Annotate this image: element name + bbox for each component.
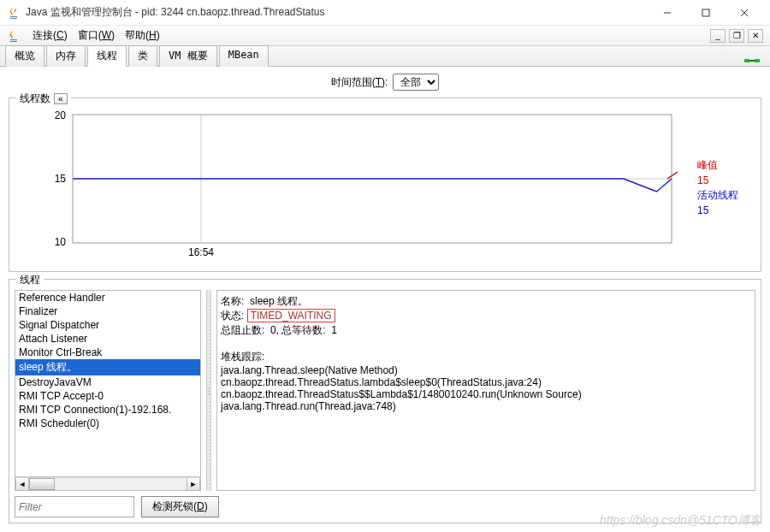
- thread-count-chart-group: 线程数 « 20 15 10 16:54 峰值 15 活动线程 15: [9, 98, 761, 272]
- menu-bar: 连接(C) 窗口(W) 帮助(H) _ ❐ ✕: [0, 26, 770, 46]
- tab-5[interactable]: MBean: [219, 45, 269, 67]
- chart-side-labels: 峰值 15 活动线程 15: [694, 110, 754, 264]
- time-range-label: 时间范围(T):: [331, 75, 388, 90]
- thread-list-item[interactable]: Monitor Ctrl-Break: [15, 346, 200, 359]
- window-title: Java 监视和管理控制台 - pid: 3244 cn.baopz.threa…: [26, 5, 648, 20]
- thread-list-scrollbar[interactable]: ◄ ►: [15, 477, 201, 491]
- chart-group-title: 线程数: [20, 92, 50, 106]
- maximize-button[interactable]: [686, 1, 725, 25]
- thread-list-item[interactable]: sleep 线程。: [15, 359, 200, 375]
- filter-input[interactable]: [15, 496, 134, 517]
- tab-3[interactable]: 类: [128, 45, 157, 67]
- menu-help[interactable]: 帮助(H): [120, 27, 165, 44]
- detect-deadlock-button[interactable]: 检测死锁(D): [141, 496, 219, 517]
- chart-collapse-button[interactable]: «: [54, 93, 68, 104]
- thread-count-chart: 20 15 10 16:54: [16, 110, 694, 264]
- svg-text:16:54: 16:54: [188, 246, 214, 258]
- tab-bar: 概览内存线程类VM 概要MBean: [0, 46, 770, 67]
- svg-rect-4: [744, 59, 749, 62]
- close-button[interactable]: [725, 1, 763, 25]
- svg-text:10: 10: [55, 236, 67, 248]
- time-range-row: 时间范围(T): 全部: [0, 67, 770, 98]
- thread-list-item[interactable]: Reference Handler: [15, 291, 200, 304]
- thread-list-item[interactable]: RMI TCP Accept-0: [15, 389, 200, 403]
- threads-group: 线程 Reference HandlerFinalizerSignal Disp…: [9, 279, 761, 523]
- minimize-button[interactable]: [648, 1, 686, 25]
- scroll-right-arrow[interactable]: ►: [187, 478, 200, 490]
- live-threads-label: 活动线程: [697, 188, 754, 203]
- thread-list-item[interactable]: RMI TCP Connection(1)-192.168.: [15, 403, 200, 417]
- peak-value: 15: [697, 174, 754, 186]
- thread-list-item[interactable]: RMI Scheduler(0): [15, 417, 200, 430]
- inner-close-button[interactable]: ✕: [748, 29, 763, 43]
- scroll-thumb[interactable]: [29, 478, 55, 490]
- tab-0[interactable]: 概览: [5, 45, 44, 67]
- svg-text:15: 15: [55, 173, 67, 185]
- connection-status-icon: [744, 56, 760, 66]
- content-area: 时间范围(T): 全部 线程数 « 20 15 10 16:54 峰值: [0, 67, 770, 532]
- threads-group-title: 线程: [16, 273, 44, 287]
- thread-state-value: TIMED_WAITING: [247, 309, 335, 322]
- thread-list-item[interactable]: DestroyJavaVM: [15, 375, 200, 389]
- java-icon: [7, 6, 21, 20]
- watermark: https://blog.csdn@51CTO博客: [600, 513, 761, 529]
- thread-list-item[interactable]: Signal Dispatcher: [15, 318, 200, 332]
- vertical-splitter[interactable]: [206, 290, 211, 491]
- time-range-select[interactable]: 全部: [393, 74, 439, 91]
- thread-list[interactable]: Reference HandlerFinalizerSignal Dispatc…: [15, 290, 201, 477]
- tab-4[interactable]: VM 概要: [159, 45, 217, 67]
- tab-2[interactable]: 线程: [87, 45, 127, 67]
- tab-1[interactable]: 内存: [46, 45, 86, 67]
- svg-rect-1: [702, 9, 709, 16]
- svg-rect-5: [755, 59, 760, 62]
- svg-text:20: 20: [55, 110, 67, 121]
- title-bar: Java 监视和管理控制台 - pid: 3244 cn.baopz.threa…: [0, 0, 770, 26]
- chart-group-legend: 线程数 «: [16, 92, 71, 106]
- scroll-left-arrow[interactable]: ◄: [15, 478, 29, 490]
- menu-connect[interactable]: 连接(C): [27, 27, 73, 44]
- java-icon: [7, 29, 21, 43]
- inner-restore-button[interactable]: ❐: [729, 29, 744, 43]
- peak-label: 峰值: [697, 158, 754, 173]
- thread-list-item[interactable]: Finalizer: [15, 304, 200, 318]
- inner-minimize-button[interactable]: _: [710, 29, 726, 43]
- thread-list-item[interactable]: Attach Listener: [15, 332, 200, 346]
- menu-window[interactable]: 窗口(W): [73, 27, 120, 44]
- thread-detail-panel: 名称: sleep 线程。状态: TIMED_WAITING总阻止数: 0, 总…: [216, 290, 755, 491]
- live-threads-value: 15: [697, 204, 754, 216]
